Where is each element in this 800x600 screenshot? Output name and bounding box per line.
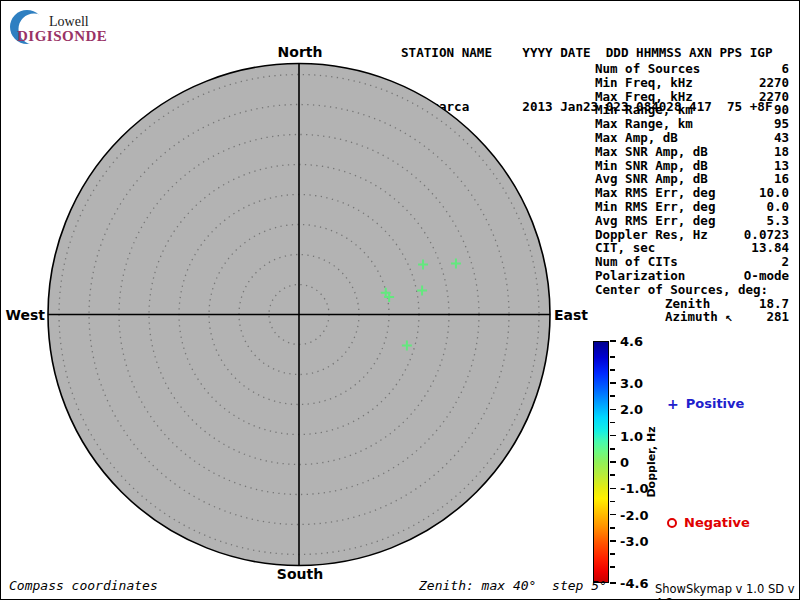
colorbar-tick-label: -3.0 (620, 533, 648, 548)
stat-value: 10.0 (759, 186, 789, 200)
stat-row: Avg RMS Err, deg5.3 (595, 214, 789, 228)
stat-value: 90 (774, 103, 789, 117)
stat-value: 2270 (759, 90, 789, 104)
colorbar-major-tick (610, 514, 616, 516)
colorbar-minor-tick (610, 395, 615, 397)
stat-label: Num of Sources (595, 62, 700, 76)
stat-label: Min Range, km (595, 103, 693, 117)
stat-value: O-mode (744, 269, 789, 283)
colorbar-minor-tick (610, 356, 615, 358)
colorbar-major-tick (610, 540, 616, 542)
colorbar-tick-label: 3.0 (620, 376, 643, 391)
stat-label: Min Freq, kHz (595, 76, 693, 90)
lowell-digisonde-logo: Lowell DIGISONDE (1, 1, 131, 53)
colorbar-minor-tick (610, 501, 615, 503)
stat-value: 18.7 (759, 297, 789, 311)
colorbar-major-tick (610, 488, 616, 490)
stat-row: Num of Sources6 (595, 62, 789, 76)
stat-label: Center of Sources, deg: (595, 283, 768, 297)
colorbar-minor-tick (610, 369, 615, 371)
stat-value: 18 (774, 145, 789, 159)
stat-value: 2 (781, 255, 789, 269)
colorbar-tick-label: -4.6 (620, 576, 648, 591)
negative-circle-icon (667, 518, 677, 528)
stat-label: Avg RMS Err, deg (595, 214, 715, 228)
stat-label: CIT, sec (595, 241, 655, 255)
colorbar-minor-tick (610, 474, 615, 476)
legend-positive: + Positive (667, 396, 744, 411)
colorbar-tick-label: 1.0 (620, 428, 643, 443)
stat-row: Max SNR Amp, dB18 (595, 145, 789, 159)
version-label: ShowSkymap v 1.0 SD v 4.2 (655, 582, 799, 600)
stat-row: Min SNR Amp, dB13 (595, 159, 789, 173)
colorbar-major-tick (610, 382, 616, 384)
stat-value: 16 (774, 172, 789, 186)
stat-row: Min Range, km90 (595, 103, 789, 117)
stat-label: Azimuth ↖ (595, 310, 733, 324)
stat-label: Avg SNR Amp, dB (595, 172, 708, 186)
stat-label: Doppler Res, Hz (595, 228, 708, 242)
stat-row: Max Amp, dB43 (595, 131, 789, 145)
positive-plus-icon: + (667, 397, 679, 411)
stat-value: 6 (781, 62, 789, 76)
colorbar-tick-label: -2.0 (620, 507, 648, 522)
stat-label: Min RMS Err, deg (595, 200, 715, 214)
colorbar-title: Doppler, Hz (645, 426, 658, 497)
stat-value: 281 (766, 310, 789, 324)
zenith-scale-label: Zenith: max 40° step 5° (419, 578, 607, 593)
stat-row: Min Freq, kHz2270 (595, 76, 789, 90)
stat-label: Max Range, km (595, 117, 693, 131)
skymap-plot (41, 56, 559, 574)
colorbar-minor-tick (610, 566, 615, 568)
colorbar-minor-tick (610, 448, 615, 450)
stat-row: Doppler Res, Hz0.0723 (595, 228, 789, 242)
stat-row: Azimuth ↖281 (595, 310, 789, 324)
stat-row: CIT, sec13.84 (595, 241, 789, 255)
compass-east-label: East (554, 307, 588, 323)
stat-label: Min SNR Amp, dB (595, 159, 708, 173)
colorbar-tick-label: 4.6 (620, 334, 643, 349)
stats-panel: Num of Sources6Min Freq, kHz2270Max Freq… (595, 62, 789, 324)
skymap-window: Lowell DIGISONDE STATION NAME YYYY DATE … (0, 0, 800, 600)
stat-value: 2270 (759, 76, 789, 90)
stat-row: Max Range, km95 (595, 117, 789, 131)
logo-digisonde-text: DIGISONDE (17, 28, 107, 45)
colorbar-tick-label: 2.0 (620, 402, 643, 417)
colorbar-major-tick (610, 461, 616, 463)
stat-value: 95 (774, 117, 789, 131)
colorbar-major-tick (610, 340, 616, 342)
colorbar-major-tick (610, 582, 616, 584)
doppler-colorbar: 4.63.02.01.00-1.0-2.0-3.0-4.6 (593, 341, 673, 583)
stat-value: 0.0 (766, 200, 789, 214)
stat-row: Max RMS Err, deg10.0 (595, 186, 789, 200)
colorbar-gradient (593, 341, 609, 583)
stat-label: Num of CITs (595, 255, 678, 269)
coordinates-mode-label: Compass coordinates (9, 578, 158, 593)
stat-value: 13 (774, 159, 789, 173)
stat-label: Zenith (595, 297, 710, 311)
colorbar-major-tick (610, 435, 616, 437)
stat-row: PolarizationO-mode (595, 269, 789, 283)
colorbar-tick-label: 0 (620, 455, 629, 470)
stat-label: Polarization (595, 269, 685, 283)
legend-positive-label: Positive (686, 396, 745, 411)
compass-west-label: West (6, 307, 45, 323)
stat-row: Num of CITs2 (595, 255, 789, 269)
legend-negative-label: Negative (684, 515, 750, 530)
stat-value: 43 (774, 131, 789, 145)
legend-negative: Negative (667, 515, 750, 530)
stat-label: Max Amp, dB (595, 131, 678, 145)
colorbar-minor-tick (610, 553, 615, 555)
stat-label: Max SNR Amp, dB (595, 145, 708, 159)
stat-row: Avg SNR Amp, dB16 (595, 172, 789, 186)
stat-row: Min RMS Err, deg0.0 (595, 200, 789, 214)
colorbar-minor-tick (610, 527, 615, 529)
stat-value: 13.84 (751, 241, 789, 255)
stat-row: Center of Sources, deg: (595, 283, 789, 297)
stat-row: Zenith18.7 (595, 297, 789, 311)
stat-value: 0.0723 (744, 228, 789, 242)
stat-label: Max RMS Err, deg (595, 186, 715, 200)
stat-value: 5.3 (766, 214, 789, 228)
stat-row: Max Freq, kHz2270 (595, 90, 789, 104)
colorbar-minor-tick (610, 422, 615, 424)
